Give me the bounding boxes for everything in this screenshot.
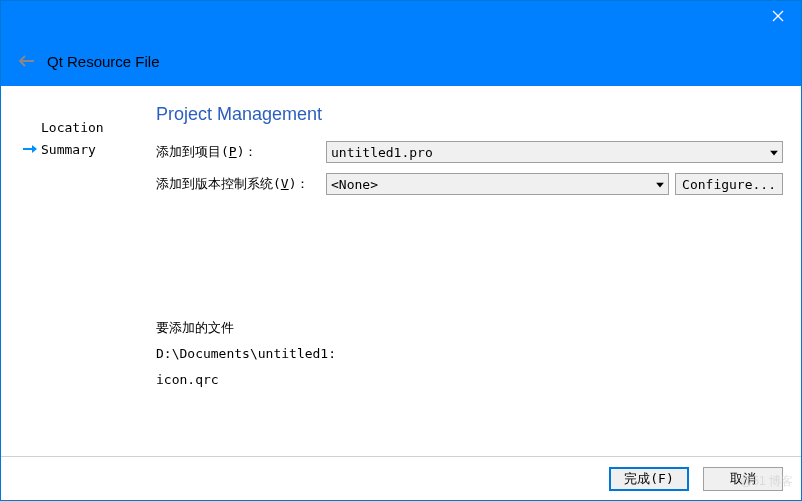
files-list-item: icon.qrc <box>156 367 783 393</box>
main-panel: Project Management 添加到项目(P)： untitled1.p… <box>156 86 801 456</box>
sidebar-item-location[interactable]: Location <box>23 116 156 138</box>
files-to-add: 要添加的文件 D:\Documents\untitled1: icon.qrc <box>156 315 783 393</box>
vcs-label: 添加到版本控制系统(V)： <box>156 175 326 193</box>
finish-button[interactable]: 完成(F) <box>609 467 689 491</box>
svg-marker-6 <box>656 183 664 188</box>
close-button[interactable] <box>755 1 801 31</box>
wizard-footer: 完成(F) 取消 <box>1 456 801 500</box>
chevron-down-icon <box>770 145 778 160</box>
cancel-button[interactable]: 取消 <box>703 467 783 491</box>
svg-marker-4 <box>32 145 37 153</box>
vcs-select-value: <None> <box>331 177 378 192</box>
project-select-value: untitled1.pro <box>331 145 433 160</box>
sidebar-item-label: Summary <box>41 142 96 157</box>
chevron-down-icon <box>656 177 664 192</box>
wizard-sidebar: Location Summary <box>1 86 156 456</box>
close-icon <box>772 10 784 22</box>
page-title: Project Management <box>156 104 783 125</box>
vcs-row: 添加到版本控制系统(V)： <None> Configure... <box>156 173 783 195</box>
files-path: D:\Documents\untitled1: <box>156 341 783 367</box>
back-button[interactable] <box>19 55 35 67</box>
project-row: 添加到项目(P)： untitled1.pro <box>156 141 783 163</box>
svg-marker-5 <box>770 151 778 156</box>
configure-button[interactable]: Configure... <box>675 173 783 195</box>
arrow-left-icon <box>19 55 35 67</box>
vcs-select[interactable]: <None> <box>326 173 669 195</box>
sidebar-item-summary[interactable]: Summary <box>23 138 156 160</box>
wizard-header: Qt Resource File <box>1 36 801 86</box>
project-select[interactable]: untitled1.pro <box>326 141 783 163</box>
files-heading: 要添加的文件 <box>156 315 783 341</box>
arrow-right-icon <box>23 144 37 154</box>
titlebar <box>1 1 801 36</box>
project-label: 添加到项目(P)： <box>156 143 326 161</box>
current-step-indicator <box>23 144 41 154</box>
sidebar-item-label: Location <box>41 120 104 135</box>
wizard-title: Qt Resource File <box>47 53 160 70</box>
